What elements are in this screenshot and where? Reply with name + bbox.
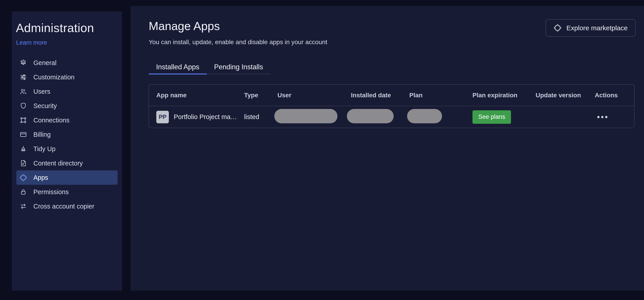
document-icon [19,159,28,168]
sidebar-nav: General Customization Users Security [16,56,118,213]
app-name-text: Portfolio Project ma… [174,113,237,121]
plan-expiration-cell: See plans [472,110,536,124]
sidebar-item-label: Tidy Up [33,145,56,153]
sidebar-item-label: Content directory [33,160,83,167]
learn-more-link[interactable]: Learn more [16,39,47,46]
users-icon [19,87,28,96]
sidebar-title: Administration [16,21,122,35]
see-plans-button[interactable]: See plans [472,110,511,124]
page-title: Manage Apps [149,19,327,33]
sidebar-item-general[interactable]: General [16,56,118,70]
sliders-icon [19,73,28,81]
sidebar-item-label: Billing [33,131,50,138]
sidebar-item-label: Apps [33,174,48,181]
column-header-actions: Actions [595,92,634,99]
column-header-app-name: App name [156,92,244,99]
arrows-swap-icon [19,202,28,211]
credit-card-icon [19,130,28,139]
redacted-plan-value [407,109,442,123]
sidebar-item-label: Permissions [33,188,69,196]
broom-icon [19,145,28,153]
sidebar-item-label: Cross account copier [33,203,94,210]
sidebar-item-tidy-up[interactable]: Tidy Up [16,142,118,156]
sidebar-item-label: Connections [33,117,70,124]
column-header-plan-expiration: Plan expiration [472,92,536,99]
tab-pending-installs[interactable]: Pending Installs [207,61,270,74]
apps-table: App name Type User Installed date Plan P… [149,84,634,128]
explore-marketplace-label: Explore marketplace [566,24,628,32]
redacted-user-value [274,109,338,123]
sidebar-item-customization[interactable]: Customization [16,70,118,84]
app-type-cell: listed [244,113,278,121]
sidebar-item-label: Users [33,88,50,95]
column-header-update-version: Update version [536,92,595,99]
puzzle-icon [19,173,28,182]
redacted-installed-date-value [347,109,394,123]
gear-icon [19,59,28,67]
sidebar-item-content-directory[interactable]: Content directory [16,156,118,170]
admin-sidebar: Administration Learn more General Custom… [12,12,122,290]
column-header-installed-date: Installed date [351,92,409,99]
sidebar-item-connections[interactable]: Connections [16,113,118,127]
installed-date-cell [351,109,409,125]
lock-icon [19,188,28,196]
app-avatar: PP [156,111,169,123]
sidebar-item-label: Customization [33,74,74,81]
sidebar-item-users[interactable]: Users [16,84,118,99]
sidebar-item-label: General [33,59,56,67]
page-subtitle: You can install, update, enable and disa… [149,39,327,46]
column-header-user: User [278,92,351,99]
sidebar-item-permissions[interactable]: Permissions [16,185,118,199]
tab-installed-apps[interactable]: Installed Apps [149,61,207,74]
nodes-icon [19,116,28,124]
sidebar-item-apps[interactable]: Apps [16,170,118,185]
tabs: Installed Apps Pending Installs [149,61,270,74]
row-actions-menu-button[interactable]: ••• [595,112,634,122]
table-row: PP Portfolio Project ma… listed See plan… [149,106,634,128]
column-header-type: Type [244,92,278,99]
sidebar-item-security[interactable]: Security [16,99,118,113]
manage-apps-panel: Manage Apps You can install, update, ena… [130,6,644,290]
column-header-plan: Plan [409,92,472,99]
page-heading-block: Manage Apps You can install, update, ena… [149,19,327,46]
puzzle-icon [554,24,562,32]
table-header-row: App name Type User Installed date Plan P… [149,85,634,106]
sidebar-item-label: Security [33,102,57,110]
shield-icon [19,102,28,110]
sidebar-item-billing[interactable]: Billing [16,127,118,142]
app-name-cell: PP Portfolio Project ma… [156,111,244,123]
user-cell [278,109,351,125]
sidebar-item-cross-account-copier[interactable]: Cross account copier [16,199,118,213]
main-header: Manage Apps You can install, update, ena… [130,6,644,46]
plan-cell [409,109,472,125]
explore-marketplace-button[interactable]: Explore marketplace [546,19,636,37]
